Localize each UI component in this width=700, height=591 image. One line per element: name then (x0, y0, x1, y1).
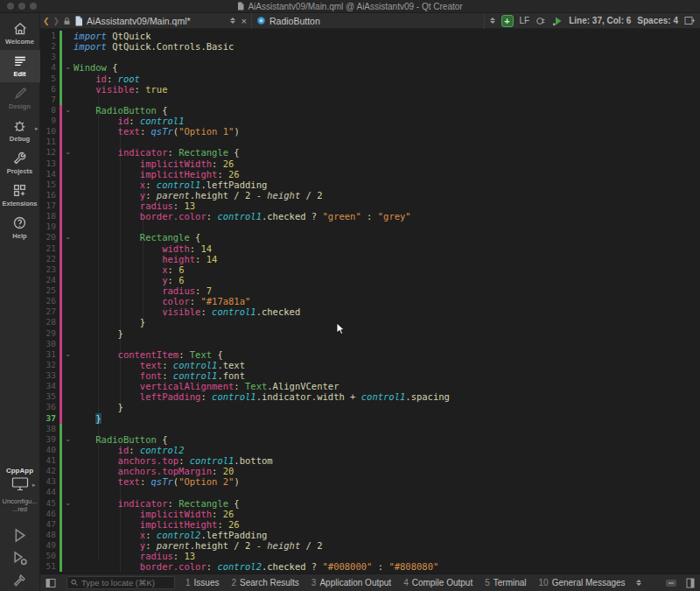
fold-column (62, 455, 74, 466)
code-line[interactable]: 22 height: 14 (40, 254, 700, 264)
code-line[interactable]: 36 } (40, 402, 700, 412)
code-line[interactable]: 1import QtQuick (40, 31, 700, 41)
sidebar-item-welcome[interactable]: Welcome (0, 18, 40, 50)
code-line[interactable]: 34 verticalAlignment: Text.AlignVCenter (40, 381, 700, 391)
output-pane-toggle-icon[interactable] (686, 578, 695, 588)
code-line[interactable]: 44 (40, 487, 700, 497)
code-line[interactable]: 40 id: control2 (40, 445, 700, 455)
code-line[interactable]: 30 (40, 339, 700, 349)
progress-pill-icon[interactable] (665, 579, 677, 587)
pane-application-output[interactable]: 3Application Output (312, 578, 391, 587)
fold-marker-icon[interactable]: ⌄ (62, 147, 74, 158)
code-line[interactable]: 10 text: qsTr("Option 1") (40, 126, 700, 137)
qml-live-preview-icon[interactable] (552, 16, 563, 26)
code-line[interactable]: 25 radius: 7 (40, 285, 700, 296)
locator-input[interactable] (81, 578, 171, 587)
code-line[interactable]: 29 } (40, 328, 700, 339)
symbol-sort-icon[interactable] (490, 18, 495, 24)
code-line[interactable]: 50 radius: 13 (40, 551, 700, 561)
code-line[interactable]: 14 implicitHeight: 26 (40, 169, 700, 179)
kit-selector[interactable]: CppApp ▸ Unconfigu... ...red (2, 467, 37, 591)
code-line[interactable]: 46 implicitWidth: 26 (40, 509, 700, 519)
run-button[interactable] (11, 527, 28, 544)
pane-terminal[interactable]: 5Terminal (485, 578, 526, 587)
code-line[interactable]: 43 text: qsTr("Option 2") (40, 476, 700, 487)
symbol-selector[interactable]: RadioButton (270, 16, 320, 26)
code-line[interactable]: 3 (40, 52, 700, 62)
code-line[interactable]: 51 border.color: control2.checked ? "#00… (40, 561, 700, 572)
indent-setting[interactable]: Spaces: 4 (637, 16, 678, 25)
open-file-name[interactable]: AiAssistantv09/Main.qml* (87, 16, 190, 26)
line-number: 24 (40, 275, 58, 285)
sidebar-item-extensions[interactable]: Extensions (0, 179, 40, 212)
fold-marker-icon[interactable]: ⌄ (62, 232, 74, 243)
code-line[interactable]: 16 y: parent.height / 2 - height / 2 (40, 190, 700, 201)
code-line[interactable]: 7 (40, 95, 700, 105)
code-editor[interactable]: 1import QtQuick2import QtQuick.Controls.… (40, 29, 700, 573)
file-dropdown-icon[interactable] (230, 18, 235, 24)
code-line[interactable]: 13 implicitWidth: 26 (40, 158, 700, 169)
debug-run-button[interactable] (11, 550, 28, 566)
lock-icon[interactable] (63, 17, 71, 25)
code-line[interactable]: 33 font: control1.font (40, 370, 700, 381)
back-icon[interactable]: ❮ (43, 17, 50, 25)
code-line[interactable]: 11 (40, 137, 700, 147)
line-ending-selector[interactable]: LF (520, 16, 530, 25)
code-line[interactable]: 47 implicitHeight: 26 (40, 519, 700, 530)
projects-icon (12, 151, 27, 165)
code-line[interactable]: 35 leftPadding: control1.indicator.width… (40, 391, 700, 402)
sidebar-item-help[interactable]: Help (0, 212, 40, 244)
locator[interactable] (66, 576, 175, 589)
file-icon (74, 16, 83, 26)
pane-search-results[interactable]: 2Search Results (231, 578, 298, 587)
code-line[interactable]: 28 } (40, 317, 700, 327)
split-editor-icon[interactable] (684, 16, 695, 25)
pane-issues[interactable]: 1Issues (186, 578, 219, 587)
code-line[interactable]: 42 anchors.topMargin: 20 (40, 466, 700, 476)
code-line[interactable]: 27 visible: control1.checked (40, 306, 700, 317)
code-line[interactable]: 18 border.color: control1.checked ? "gre… (40, 211, 700, 222)
code-line[interactable]: 9 id: control1 (40, 116, 700, 126)
code-line[interactable]: 49 y: parent.height / 2 - height / 2 (40, 540, 700, 551)
code-line[interactable]: 45⌄ indicator: Rectangle { (40, 498, 700, 509)
left-panel-toggle-icon[interactable] (46, 578, 56, 588)
code-line[interactable]: 19 (40, 222, 700, 232)
forward-icon[interactable]: ❯ (53, 17, 60, 25)
code-line[interactable]: 5 id: root (40, 74, 700, 84)
code-line[interactable]: 31⌄ contentItem: Text { (40, 349, 700, 360)
vcs-add-icon[interactable]: + (501, 15, 514, 27)
fold-marker-icon[interactable]: ⌄ (62, 62, 74, 73)
pane-general-messages[interactable]: 10General Messages (539, 578, 626, 587)
code-line[interactable]: 21 width: 14 (40, 243, 700, 254)
code-line[interactable]: 12⌄ indicator: Rectangle { (40, 147, 700, 158)
code-line[interactable]: 6 visible: true (40, 84, 700, 95)
code-line[interactable]: 17 radius: 13 (40, 201, 700, 211)
code-line[interactable]: 20⌄ Rectangle { (40, 232, 700, 243)
fold-marker-icon[interactable]: ⌄ (62, 498, 74, 509)
code-line[interactable]: 4⌄Window { (40, 62, 700, 73)
sidebar-item-design[interactable]: Design (0, 82, 40, 115)
code-line[interactable]: 48 x: control2.leftPadding (40, 530, 700, 540)
sidebar-item-debug[interactable]: Debug▸ (0, 115, 40, 147)
encoding-icon[interactable] (536, 16, 546, 26)
build-button[interactable] (12, 573, 27, 587)
pane-compile-output[interactable]: 4Compile Output (403, 578, 472, 587)
sidebar-item-edit[interactable]: Edit (0, 50, 40, 82)
code-line[interactable]: 37 } (40, 413, 700, 424)
code-line[interactable]: 15 x: control1.leftPadding (40, 179, 700, 190)
close-document-icon[interactable]: × (240, 16, 248, 26)
code-line[interactable]: 23 x: 6 (40, 264, 700, 275)
code-line[interactable]: 32 text: control1.text (40, 360, 700, 370)
code-line[interactable]: 8⌄ RadioButton { (40, 105, 700, 116)
code-line[interactable]: 41 anchors.top: control1.bottom (40, 455, 700, 466)
code-line[interactable]: 26 color: "#17a81a" (40, 296, 700, 306)
pane-updown-icon[interactable] (636, 580, 641, 586)
code-line[interactable]: 39⌄ RadioButton { (40, 434, 700, 445)
fold-marker-icon[interactable]: ⌄ (62, 105, 74, 116)
sidebar-item-projects[interactable]: Projects (0, 147, 40, 179)
code-line[interactable]: 2import QtQuick.Controls.Basic (40, 41, 700, 52)
code-line[interactable]: 38 (40, 424, 700, 434)
code-line[interactable]: 24 y: 6 (40, 275, 700, 285)
fold-marker-icon[interactable]: ⌄ (62, 434, 74, 445)
fold-marker-icon[interactable]: ⌄ (62, 349, 74, 360)
